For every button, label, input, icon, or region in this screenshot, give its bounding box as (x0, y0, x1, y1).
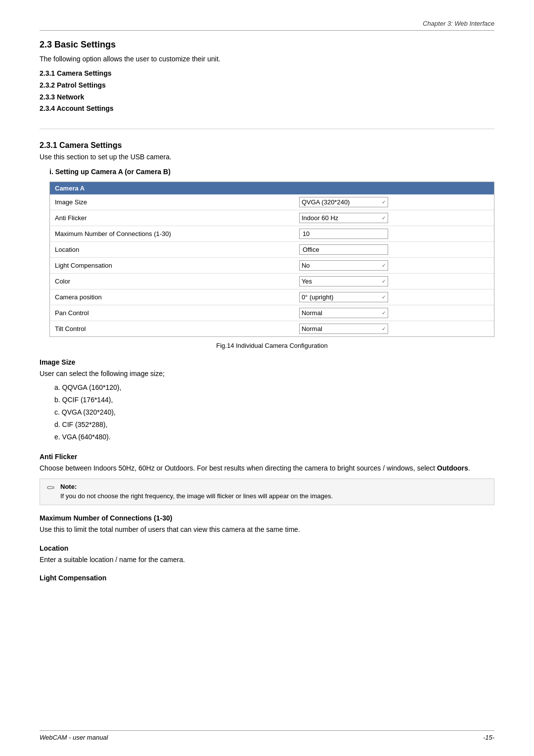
row-label-pan-control: Pan Control (50, 305, 294, 321)
image-size-option-e: e. VGA (640*480). (54, 431, 494, 443)
tilt-control-value: Normal (302, 325, 322, 332)
row-label-camera-position: Camera position (50, 289, 294, 305)
table-row: Anti Flicker Indoor 60 Hz ✓ (50, 210, 494, 226)
table-row: Tilt Control Normal ✓ (50, 321, 494, 337)
chapter-title: Chapter 3: Web Interface (423, 20, 494, 27)
tilt-control-select[interactable]: Normal ✓ (299, 324, 388, 334)
chevron-down-icon: ✓ (382, 279, 386, 284)
pan-control-value: Normal (302, 309, 322, 317)
camera-config-table: Image Size QVGA (320*240) ✓ Anti Flicker… (50, 194, 494, 336)
anti-flicker-bold: Outdoors (437, 464, 468, 472)
image-size-body: User can select the following image size… (40, 368, 494, 379)
toc-item-2: 2.3.2 Patrol Settings (40, 80, 494, 92)
anti-flicker-select[interactable]: Indoor 60 Hz ✓ (299, 213, 388, 223)
page-footer: WebCAM - user manual -15- (40, 730, 494, 741)
row-label-tilt-control: Tilt Control (50, 321, 294, 337)
note-content: Note: If you do not choose the right fre… (60, 483, 333, 501)
note-text: If you do not choose the right frequency… (60, 491, 333, 501)
row-label-image-size: Image Size (50, 194, 294, 210)
table-row: Maximum Number of Connections (1-30) 10 (50, 226, 494, 242)
image-size-label: Image Size (40, 358, 494, 366)
camera-position-value: 0° (upright) (302, 293, 333, 301)
table-row: Pan Control Normal ✓ (50, 305, 494, 321)
anti-flicker-body: Choose between Indoors 50Hz, 60Hz or Out… (40, 463, 494, 473)
image-size-option-a: a. QQVGA (160*120), (54, 381, 494, 394)
camera-table-wrapper: Camera A Image Size QVGA (320*240) ✓ Ant… (49, 182, 494, 337)
row-value-camera-position: 0° (upright) ✓ (294, 289, 494, 305)
image-size-select[interactable]: QVGA (320*240) ✓ (299, 197, 388, 207)
table-row: Color Yes ✓ (50, 274, 494, 289)
table-row: Camera position 0° (upright) ✓ (50, 289, 494, 305)
image-size-value: QVGA (320*240) (302, 198, 350, 206)
chevron-down-icon: ✓ (382, 263, 386, 268)
row-label-max-connections: Maximum Number of Connections (1-30) (50, 226, 294, 242)
row-value-anti-flicker: Indoor 60 Hz ✓ (294, 210, 494, 226)
section-2-3-intro: The following option allows the user to … (40, 55, 494, 63)
row-value-tilt-control: Normal ✓ (294, 321, 494, 337)
table-row: Location Office (50, 242, 494, 258)
chevron-down-icon: ✓ (382, 326, 386, 331)
image-size-option-d: d. CIF (352*288), (54, 419, 494, 431)
location-input[interactable]: Office (299, 244, 388, 255)
anti-flicker-body-end: . (468, 464, 470, 472)
light-compensation-select[interactable]: No ✓ (299, 260, 388, 271)
footer-left: WebCAM - user manual (40, 734, 108, 741)
row-value-image-size: QVGA (320*240) ✓ (294, 194, 494, 210)
section-divider (40, 129, 494, 129)
max-connections-label: Maximum Number of Connections (1-30) (40, 514, 494, 522)
section-2-3-1-title: 2.3.1 Camera Settings (40, 141, 494, 150)
chevron-down-icon: ✓ (382, 310, 386, 316)
row-label-color: Color (50, 274, 294, 289)
toc-list: 2.3.1 Camera Settings 2.3.2 Patrol Setti… (40, 68, 494, 115)
pan-control-select[interactable]: Normal ✓ (299, 308, 388, 318)
sub-heading-camera-ab: i. Setting up Camera A (or Camera B) (49, 168, 494, 176)
table-row: Light Compensation No ✓ (50, 258, 494, 274)
light-compensation-section-label: Light Compensation (40, 574, 494, 582)
color-value: Yes (302, 278, 312, 285)
toc-item-3: 2.3.3 Network (40, 92, 494, 103)
row-label-location: Location (50, 242, 294, 258)
light-compensation-value: No (302, 262, 310, 269)
row-value-pan-control: Normal ✓ (294, 305, 494, 321)
max-connections-body: Use this to limit the total number of us… (40, 524, 494, 535)
camera-table-header: Camera A (50, 182, 494, 194)
row-value-location: Office (294, 242, 494, 258)
note-title: Note: (60, 483, 333, 490)
note-box: ⚰ Note: If you do not choose the right f… (40, 478, 494, 506)
anti-flicker-label: Anti Flicker (40, 453, 494, 461)
lightbulb-icon: ⚰ (46, 482, 55, 495)
chevron-down-icon: ✓ (382, 294, 386, 300)
row-value-light-compensation: No ✓ (294, 258, 494, 274)
footer-right: -15- (483, 734, 494, 741)
section-2-3-1-intro: Use this section to set up the USB camer… (40, 153, 494, 161)
table-row: Image Size QVGA (320*240) ✓ (50, 194, 494, 210)
color-select[interactable]: Yes ✓ (299, 276, 388, 286)
camera-position-select[interactable]: 0° (upright) ✓ (299, 292, 388, 302)
max-connections-input[interactable]: 10 (299, 229, 388, 239)
page-header: Chapter 3: Web Interface (40, 20, 494, 31)
image-size-option-c: c. QVGA (320*240), (54, 406, 494, 419)
location-label: Location (40, 544, 494, 552)
section-2-3-title: 2.3 Basic Settings (40, 40, 494, 50)
toc-item-1: 2.3.1 Camera Settings (40, 68, 494, 80)
toc-item-4: 2.3.4 Account Settings (40, 103, 494, 115)
anti-flicker-body-start: Choose between Indoors 50Hz, 60Hz or Out… (40, 464, 437, 472)
fig-caption: Fig.14 Individual Camera Configuration (49, 342, 494, 349)
row-label-anti-flicker: Anti Flicker (50, 210, 294, 226)
image-size-options: a. QQVGA (160*120), b. QCIF (176*144), c… (54, 381, 494, 444)
image-size-option-b: b. QCIF (176*144), (54, 394, 494, 406)
chevron-down-icon: ✓ (382, 199, 386, 205)
location-body: Enter a suitable location / name for the… (40, 554, 494, 565)
row-value-color: Yes ✓ (294, 274, 494, 289)
chevron-down-icon: ✓ (382, 215, 386, 221)
row-label-light-compensation: Light Compensation (50, 258, 294, 274)
anti-flicker-value: Indoor 60 Hz (302, 214, 338, 222)
row-value-max-connections: 10 (294, 226, 494, 242)
